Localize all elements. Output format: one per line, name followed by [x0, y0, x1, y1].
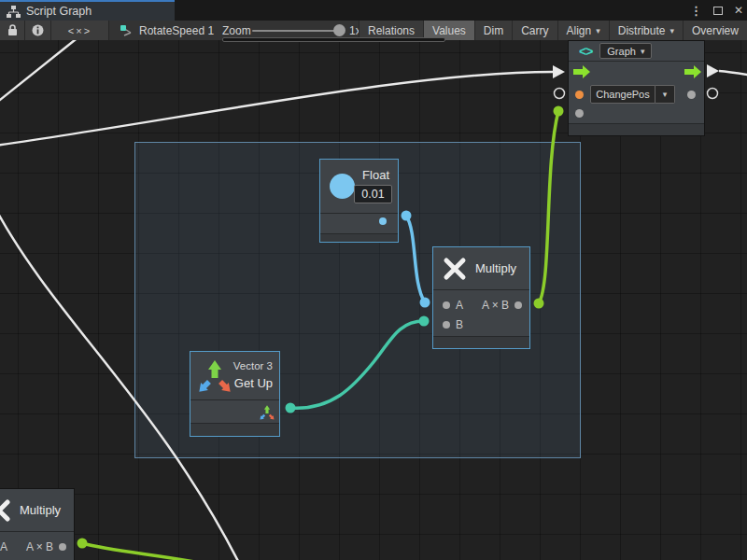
window-controls: ⋮ ✕ — [690, 0, 743, 21]
code-icon: <×> — [68, 25, 92, 36]
align-dropdown[interactable]: Align ▾ — [557, 21, 609, 40]
port-gray-dot[interactable] — [575, 109, 584, 118]
carry-button[interactable]: Carry — [512, 21, 557, 40]
flow-input-port-icon[interactable] — [572, 65, 591, 78]
code-view-button[interactable]: <×> — [51, 21, 109, 40]
graph-canvas[interactable]: <> Graph ▾ ChangePos ▾ — [0, 40, 747, 560]
port-b-label: B — [456, 318, 463, 331]
wire-arrowhead-input-icon — [553, 65, 565, 78]
horizontal-scrollbar-thumb[interactable] — [222, 37, 445, 42]
overview-button[interactable]: Overview — [683, 21, 747, 40]
node-graph[interactable]: <> Graph ▾ ChangePos ▾ — [568, 40, 705, 136]
unity-script-graph-window: Script Graph ⋮ ✕ <×> — [0, 0, 747, 560]
node-title: Multiply — [20, 503, 61, 517]
wire-white-from-graph-output — [719, 71, 747, 76]
port-output-dot[interactable] — [59, 543, 66, 551]
multiply-x-icon — [443, 257, 467, 281]
changepos-dropdown-arrow[interactable]: ▾ — [655, 85, 675, 104]
port-output-dot[interactable] — [514, 301, 522, 309]
window-close-icon[interactable]: ✕ — [734, 4, 743, 17]
vector3-output-port-icon[interactable] — [259, 404, 275, 421]
node-title: Float — [362, 168, 389, 182]
node-multiply[interactable]: Multiply A A × B B — [432, 246, 530, 349]
port-output-dot[interactable] — [379, 217, 387, 225]
node-title: Multiply — [475, 261, 516, 275]
zoom-slider-track[interactable] — [252, 30, 338, 32]
zoom-slider-handle[interactable] — [333, 24, 345, 36]
chevron-down-icon: ▾ — [669, 26, 674, 35]
info-button[interactable] — [25, 21, 51, 40]
port-a-dot[interactable] — [443, 301, 450, 309]
float-value-input[interactable]: 0.01 — [354, 185, 392, 203]
port-output-label: A × B — [482, 299, 509, 312]
unconnected-port-left-icon — [555, 89, 565, 99]
dim-button[interactable]: Dim — [474, 21, 512, 40]
chevron-down-icon: ▾ — [596, 26, 600, 35]
distribute-dropdown[interactable]: Distribute ▾ — [609, 21, 683, 40]
code-brackets-icon: <> — [579, 44, 592, 59]
wire-white-to-graph-input — [0, 72, 553, 146]
node-vector3-get-up[interactable]: Vector 3 Get Up — [190, 351, 280, 437]
lock-icon — [7, 24, 18, 36]
flow-output-port-icon[interactable] — [684, 65, 702, 78]
graph-breadcrumb-icon — [120, 24, 134, 37]
port-orange-dot[interactable] — [575, 91, 584, 99]
port-b-dot[interactable] — [443, 321, 450, 329]
tab-script-graph[interactable]: Script Graph — [0, 0, 175, 21]
window-menu-icon[interactable]: ⋮ — [690, 4, 702, 18]
vector3-arrows-icon — [197, 357, 233, 395]
node-float[interactable]: Float 0.01 — [319, 159, 399, 243]
wire-white-topleft — [0, 40, 89, 107]
node-subtitle: Get Up — [234, 376, 273, 390]
port-a-label: A — [0, 540, 7, 553]
tab-title: Script Graph — [26, 5, 92, 18]
chevron-down-icon: ▾ — [641, 47, 645, 56]
changepos-dropdown[interactable]: ChangePos — [590, 85, 655, 104]
wire-arrowhead-output-icon — [707, 64, 719, 77]
unconnected-port-right-icon — [708, 89, 718, 99]
port-a-label: A — [456, 299, 463, 312]
breadcrumb-label: RotateSpeed 1 — [139, 24, 214, 37]
graph-hierarchy-icon — [7, 6, 21, 18]
tab-bar: Script Graph ⋮ ✕ — [0, 0, 747, 21]
wire-green-bottom-multiply — [82, 543, 237, 560]
lock-button[interactable] — [0, 21, 25, 40]
graph-dropdown[interactable]: Graph ▾ — [599, 43, 652, 59]
breadcrumb[interactable]: RotateSpeed 1 — [120, 21, 214, 40]
node-title: Vector 3 — [233, 360, 273, 371]
float-circle-icon — [330, 174, 355, 199]
port-gray-dot[interactable] — [687, 91, 696, 99]
multiply-x-icon — [0, 498, 11, 523]
window-maximize-icon[interactable] — [713, 7, 723, 15]
node-multiply-2[interactable]: Multiply A A × B — [0, 488, 75, 560]
chevron-down-icon: ▾ — [663, 90, 668, 99]
port-output-label: A × B — [26, 540, 53, 553]
info-icon — [32, 24, 44, 36]
